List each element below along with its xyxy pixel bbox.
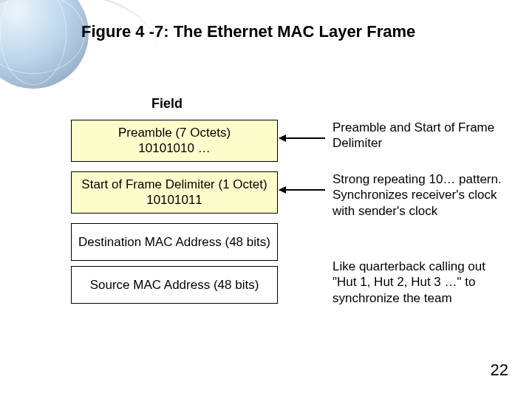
annotation-sync-pattern: Strong repeating 10… pattern. Synchroniz… [332,171,510,219]
cell-preamble-line2: 10101010 … [75,140,274,156]
cell-preamble-line1: Preamble (7 Octets) [75,125,274,140]
cell-sfd-line1: Start of Frame Delimiter (1 Octet) [75,177,274,192]
annotation-quarterback: Like quarterback calling out "Hut 1, Hut… [332,259,510,306]
cell-sfd-line2: 10101011 [75,192,274,208]
cell-dst-mac-text: Destination MAC Address (48 bits) [75,234,274,250]
annotation-preamble-sfd: Preamble and Start of Frame Delimiter [332,120,510,151]
cell-preamble: Preamble (7 Octets) 10101010 … [71,120,278,162]
swoosh-decoration [0,0,160,98]
field-column-header: Field [151,96,183,112]
page-number: 22 [491,361,508,380]
cell-dst-mac: Destination MAC Address (48 bits) [71,223,278,261]
slide: Figure 4 -7: The Ethernet MAC Layer Fram… [0,0,532,399]
globe-icon [0,0,89,89]
cell-src-mac: Source MAC Address (48 bits) [71,266,278,304]
cell-sfd: Start of Frame Delimiter (1 Octet) 10101… [71,171,278,214]
corner-art [0,0,96,96]
figure-title: Figure 4 -7: The Ethernet MAC Layer Fram… [81,22,415,41]
cell-src-mac-text: Source MAC Address (48 bits) [75,277,274,293]
arrow-to-preamble [279,137,325,139]
arrow-to-sfd [279,189,325,191]
